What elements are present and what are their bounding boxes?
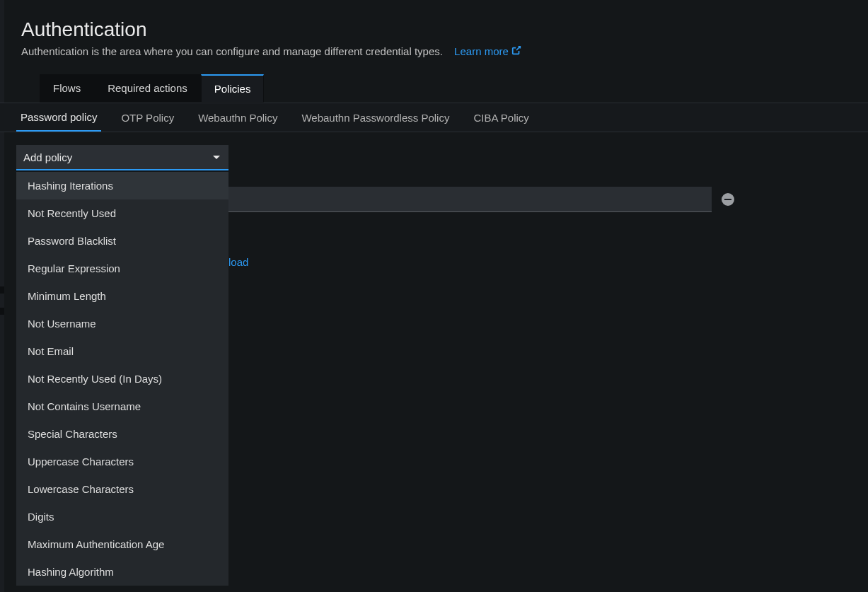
minus-bar — [724, 199, 731, 200]
content-area: load Add policy Hashing Iterations Not R… — [16, 132, 847, 170]
subtab-webauthn-policy[interactable]: Webauthn Policy — [194, 103, 282, 132]
secondary-tabs: Password policy OTP Policy Webauthn Poli… — [0, 103, 868, 132]
policy-option-password-blacklist[interactable]: Password Blacklist — [16, 227, 228, 255]
gutter-mark — [0, 286, 4, 294]
policy-option-maximum-authentication-age[interactable]: Maximum Authentication Age — [16, 530, 228, 558]
policy-option-not-username[interactable]: Not Username — [16, 310, 228, 337]
add-policy-dropdown-panel: Hashing Iterations Not Recently Used Pas… — [16, 172, 228, 586]
learn-more-link[interactable]: Learn more — [454, 45, 521, 57]
policy-option-not-contains-username[interactable]: Not Contains Username — [16, 393, 228, 420]
tab-required-actions[interactable]: Required actions — [94, 74, 201, 103]
page-description: Authentication is the area where you can… — [21, 45, 443, 57]
tab-flows[interactable]: Flows — [40, 74, 94, 103]
policy-option-digits[interactable]: Digits — [16, 503, 228, 530]
tab-policies[interactable]: Policies — [201, 74, 265, 103]
policy-option-regular-expression[interactable]: Regular Expression — [16, 255, 228, 282]
add-policy-dropdown-trigger[interactable]: Add policy — [16, 145, 228, 170]
chevron-down-icon — [213, 156, 220, 159]
policy-value-input[interactable] — [228, 187, 712, 212]
add-policy-label: Add policy — [23, 151, 72, 163]
page-title: Authentication — [21, 18, 847, 41]
policy-option-special-characters[interactable]: Special Characters — [16, 420, 228, 448]
policy-option-not-recently-used[interactable]: Not Recently Used — [16, 199, 228, 227]
policy-option-hashing-iterations[interactable]: Hashing Iterations — [16, 172, 228, 199]
policy-option-not-email[interactable]: Not Email — [16, 337, 228, 365]
policy-option-uppercase-characters[interactable]: Uppercase Characters — [16, 448, 228, 475]
subtab-webauthn-passwordless-policy[interactable]: Webauthn Passwordless Policy — [297, 103, 453, 132]
external-link-icon — [511, 45, 521, 57]
primary-tabs: Flows Required actions Policies — [21, 74, 847, 103]
policy-option-minimum-length[interactable]: Minimum Length — [16, 282, 228, 310]
page-description-line: Authentication is the area where you can… — [21, 45, 847, 57]
page-container: Authentication Authentication is the are… — [0, 0, 868, 170]
gutter-mark — [0, 308, 4, 315]
subtab-ciba-policy[interactable]: CIBA Policy — [469, 103, 533, 132]
learn-more-label: Learn more — [454, 45, 509, 57]
subtab-otp-policy[interactable]: OTP Policy — [117, 103, 178, 132]
policy-option-hashing-algorithm[interactable]: Hashing Algorithm — [16, 558, 228, 586]
policy-option-not-recently-used-days[interactable]: Not Recently Used (In Days) — [16, 365, 228, 393]
policy-option-lowercase-characters[interactable]: Lowercase Characters — [16, 475, 228, 503]
minus-circle-icon[interactable] — [722, 193, 734, 206]
partial-reload-link-fragment[interactable]: load — [228, 256, 248, 268]
subtab-password-policy[interactable]: Password policy — [16, 103, 101, 132]
policy-value-row — [228, 187, 847, 212]
